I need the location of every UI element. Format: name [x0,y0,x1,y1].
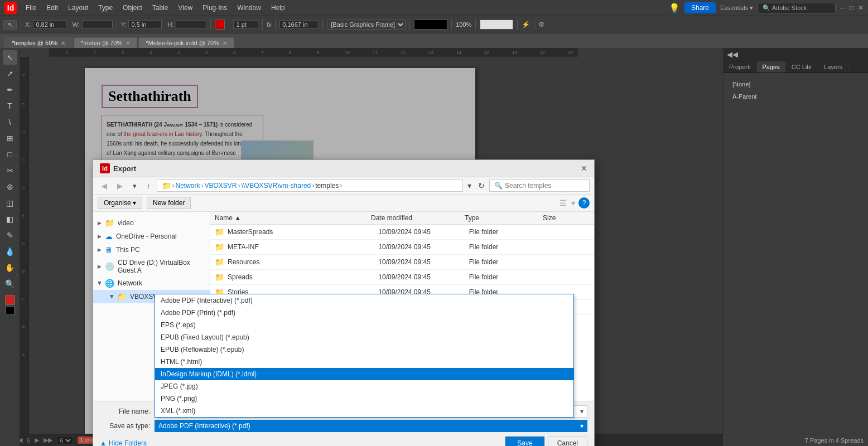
window-close-icon[interactable]: ✕ [858,4,864,12]
hand-tool-btn[interactable]: ✋ [3,260,17,275]
w-value-input[interactable] [82,20,113,29]
col-type-header[interactable]: Type [465,214,543,222]
tab-properties[interactable]: Properti [724,61,757,72]
file-row-resources[interactable]: 📁 Resources 10/09/2024 09:45 File folder [210,255,594,270]
dropdown-item-0[interactable]: Adobe PDF (Interactive) (*.pdf) [155,294,573,307]
sidebar-item-cddrive[interactable]: ▶ 💿 CD Drive (D:) VirtualBox Guest A [93,256,210,277]
y-value-input[interactable] [128,20,162,29]
sidebar-item-onedrive[interactable]: ▶ ☁ OneDrive - Personal [93,230,210,243]
window-maximize-icon[interactable]: □ [850,4,853,12]
file-row-masterspreads[interactable]: 📁 MasterSpreads 10/09/2024 09:45 File fo… [210,225,594,240]
menu-window[interactable]: Window [233,3,266,13]
share-button[interactable]: Share [684,2,716,13]
col-name-header[interactable]: Name ▲ [215,214,371,222]
tab-meteo-lok[interactable]: *Meteo-lo-pok.indd @ 70% ✕ [138,37,234,48]
save-button[interactable]: Save [505,437,544,446]
frame-style-select[interactable]: [Basic Graphics Frame] [327,20,406,30]
tab-temples[interactable]: *temples @ 59% ✕ [4,37,73,48]
stock-search-input[interactable]: 🔍 Adobe Stock [758,3,836,13]
nav-up-button[interactable]: ↑ [143,180,155,192]
col-date-header[interactable]: Date modified [371,214,465,222]
dropdown-item-9[interactable]: XML (*.xml) [155,405,573,417]
menu-help[interactable]: Help [267,3,290,13]
dropdown-item-1[interactable]: Adobe PDF (Print) (*.pdf) [155,307,573,319]
cancel-button[interactable]: Cancel [548,437,587,446]
fill-color-tool[interactable] [5,295,15,305]
help-button[interactable]: ? [578,197,590,209]
gradient-tool-btn[interactable]: ◫ [3,196,17,210]
lightbulb-icon[interactable]: 💡 [669,3,680,13]
sidebar-item-network[interactable]: ▶ 🌐 Network [93,277,210,290]
free-transform-btn[interactable]: ⊕ [3,180,17,194]
menu-plugins[interactable]: Plug-Ins [198,3,232,13]
zoom-tool-btn[interactable]: 🔍 [3,277,17,291]
menu-table[interactable]: Table [148,3,173,13]
tab-pages[interactable]: Pages [757,61,786,72]
breadcrumb-vm-shared[interactable]: \\VBOXSVR\vm-shared [242,182,311,190]
tab-cclibs[interactable]: CC Libr [786,61,818,72]
col-size-header[interactable]: Size [543,214,590,222]
dropdown-item-2[interactable]: EPS (*.eps) [155,319,573,331]
rect-frame-btn[interactable]: ⊞ [3,131,17,146]
note-tool-btn[interactable]: ✎ [3,228,17,243]
nav-refresh-button[interactable]: ↻ [476,180,487,191]
search-box[interactable]: 🔍 [489,180,590,192]
menu-layout[interactable]: Layout [64,3,93,13]
tab-meteo[interactable]: *meteo @ 70% ✕ [74,37,137,48]
stroke-color-tool[interactable] [6,306,15,315]
stroke-color-swatch[interactable] [215,20,225,30]
dropdown-item-6[interactable]: InDesign Markup (IDML) (*.idml) [155,368,573,380]
dropdown-item-8[interactable]: PNG (*.png) [155,392,573,405]
tab-meteo-lok-close[interactable]: ✕ [223,40,227,46]
panel-collapse-button[interactable]: ◀◀ [724,48,741,61]
dropdown-item-5[interactable]: HTML (*.html) [155,356,573,368]
pen-tool-btn[interactable]: ✒ [3,83,17,97]
list-view-button[interactable]: ☰ [558,197,568,209]
lightning-icon[interactable]: ⚡ [522,21,530,28]
file-row-metainf[interactable]: 📁 META-INF 10/09/2024 09:45 File folder [210,240,594,255]
dropdown-item-4[interactable]: EPUB (Reflowable) (*.epub) [155,343,573,356]
pt-input[interactable] [233,20,258,29]
nav-back-button[interactable]: ◀ [98,180,111,192]
hide-folders-button[interactable]: ▲ Hide Folders [100,439,147,446]
dropdown-item-3[interactable]: EPUB (Fixed Layout) (*.epub) [155,331,573,343]
tab-meteo-close[interactable]: ✕ [126,40,130,46]
selection-tool[interactable]: ↖ [3,20,17,30]
window-minimize-icon[interactable]: ─ [840,4,845,12]
menu-type[interactable]: Type [94,3,117,13]
file-row-spreads[interactable]: 📁 Spreads 10/09/2024 09:45 File folder [210,270,594,285]
eyedropper-btn[interactable]: 💧 [3,244,17,259]
new-folder-button[interactable]: New folder [147,197,191,209]
h-value-input[interactable] [176,20,206,29]
view-options-button[interactable]: ▾ [570,197,576,209]
nav-forward-button[interactable]: ▶ [113,180,127,192]
selection-tool-btn[interactable]: ↖ [3,50,17,65]
menu-edit[interactable]: Edit [42,3,62,13]
breadcrumb-network[interactable]: Network [176,182,200,190]
tab-temples-close[interactable]: ✕ [61,40,65,46]
panel-item-none[interactable]: [None] [728,79,864,90]
tab-layers[interactable]: Layers [818,61,848,72]
rect-tool-btn[interactable]: □ [3,147,17,162]
sidebar-item-thispc[interactable]: ▶ 🖥 This PC [93,243,210,256]
dim-input[interactable] [279,20,319,29]
search-input[interactable] [505,182,583,190]
gradient-feather-btn[interactable]: ◧ [3,212,17,226]
scissors-btn[interactable]: ✂ [3,163,17,178]
line-tool-btn[interactable]: \ [3,115,17,129]
menu-view[interactable]: View [173,3,197,13]
nav-recent-button[interactable]: ▾ [129,180,141,192]
menu-file[interactable]: File [21,3,41,13]
menu-object[interactable]: Object [118,3,147,13]
nav-dropdown-button[interactable]: ▾ [465,180,474,191]
panel-item-aparent[interactable]: A-Parent [728,91,864,102]
organise-button[interactable]: Organise ▾ [98,197,142,209]
type-tool-btn[interactable]: T [3,99,17,113]
breadcrumb-vboxsvr[interactable]: VBOXSVR [205,182,237,190]
settings-icon[interactable]: ⚙ [538,21,544,28]
direct-selection-btn[interactable]: ↗ [3,66,17,81]
saveas-selector[interactable]: Adobe PDF (Interactive) (*.pdf) ▾ [155,420,587,432]
dropdown-item-7[interactable]: JPEG (*.jpg) [155,380,573,392]
dialog-close-button[interactable]: ✕ [581,164,587,173]
sidebar-item-video[interactable]: ▶ 📁 video [93,216,210,230]
